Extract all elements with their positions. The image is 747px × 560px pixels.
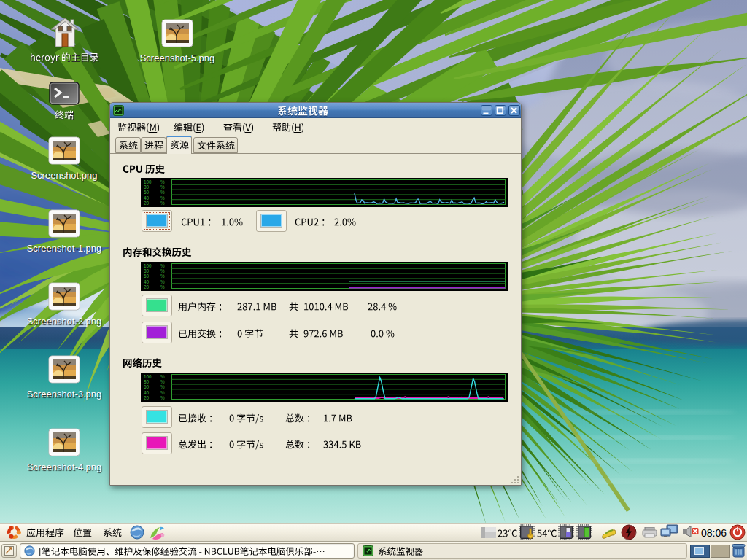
svg-text:%: % [160, 390, 165, 395]
svg-text:60: 60 [144, 384, 150, 389]
svg-text:%: % [160, 268, 165, 273]
svg-text:%: % [160, 395, 165, 400]
svg-text:60: 60 [144, 273, 150, 279]
svg-text:40: 40 [144, 195, 150, 201]
svg-text:%: % [160, 279, 165, 284]
svg-text:%: % [160, 179, 165, 184]
svg-text:80: 80 [144, 268, 150, 273]
svg-text:100: 100 [144, 179, 152, 184]
svg-text:20: 20 [144, 201, 150, 206]
svg-text:80: 80 [144, 379, 150, 384]
svg-text:100: 100 [144, 374, 152, 379]
svg-text:40: 40 [144, 279, 150, 284]
svg-text:60: 60 [144, 190, 150, 195]
svg-text:20: 20 [144, 284, 150, 289]
svg-text:%: % [160, 374, 165, 379]
svg-text:%: % [160, 284, 165, 289]
svg-text:%: % [160, 195, 165, 201]
svg-text:%: % [160, 184, 165, 190]
svg-text:%: % [160, 190, 165, 195]
svg-text:%: % [160, 379, 165, 384]
svg-text:%: % [160, 263, 165, 268]
svg-text:40: 40 [144, 390, 150, 395]
svg-text:100: 100 [144, 263, 152, 268]
svg-text:20: 20 [144, 395, 150, 400]
svg-text:%: % [160, 273, 165, 279]
svg-text:%: % [160, 384, 165, 389]
svg-text:%: % [160, 201, 165, 206]
svg-text:80: 80 [144, 184, 150, 190]
